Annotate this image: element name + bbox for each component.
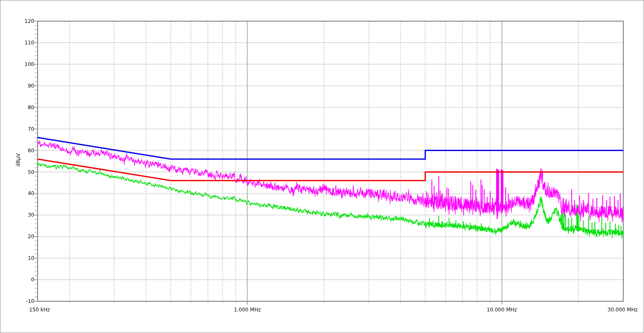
y-axis: 1201101009080706050403020100-10dBµV	[15, 18, 34, 304]
y-tick-label: 110	[25, 40, 34, 46]
y-tick-label: 0	[31, 277, 34, 283]
series-limit-blue-quasi-peak	[38, 138, 623, 159]
series-trace-green-average	[38, 163, 623, 239]
x-tick-label: 150 kHz	[29, 307, 50, 313]
x-tick-label: 10.000 MHz	[487, 307, 517, 313]
x-tick-label: 30.000 MHz	[608, 307, 638, 313]
y-tick-label: 70	[28, 126, 34, 132]
y-tick-label: 20	[28, 234, 34, 239]
y-tick-label: -10	[26, 298, 34, 304]
grid	[38, 21, 623, 301]
series-limit-red-average	[38, 159, 623, 181]
y-tick-label: 60	[28, 148, 34, 154]
emc-scan-window: 1201101009080706050403020100-10dBµV150 k…	[0, 0, 644, 333]
y-axis-unit-label: dBµV	[15, 153, 21, 166]
x-tick-label: 1.000 MHz	[234, 307, 261, 313]
y-tick-label: 50	[28, 169, 34, 175]
y-tick-label: 30	[28, 212, 34, 218]
y-tick-label: 100	[25, 61, 34, 67]
x-axis: 150 kHz1.000 MHz10.000 MHz30.000 MHz	[29, 307, 638, 313]
plot-frame	[38, 21, 623, 301]
chart-canvas: 1201101009080706050403020100-10dBµV150 k…	[0, 0, 644, 333]
y-tick-label: 120	[25, 18, 34, 24]
emissions-chart: 1201101009080706050403020100-10dBµV150 k…	[0, 0, 644, 333]
y-tick-label: 80	[28, 105, 34, 110]
y-tick-label: 10	[28, 255, 34, 261]
plot-series	[38, 138, 623, 238]
y-tick-label: 90	[28, 83, 34, 89]
y-tick-label: 40	[28, 190, 34, 196]
axis-ticks	[34, 21, 579, 305]
